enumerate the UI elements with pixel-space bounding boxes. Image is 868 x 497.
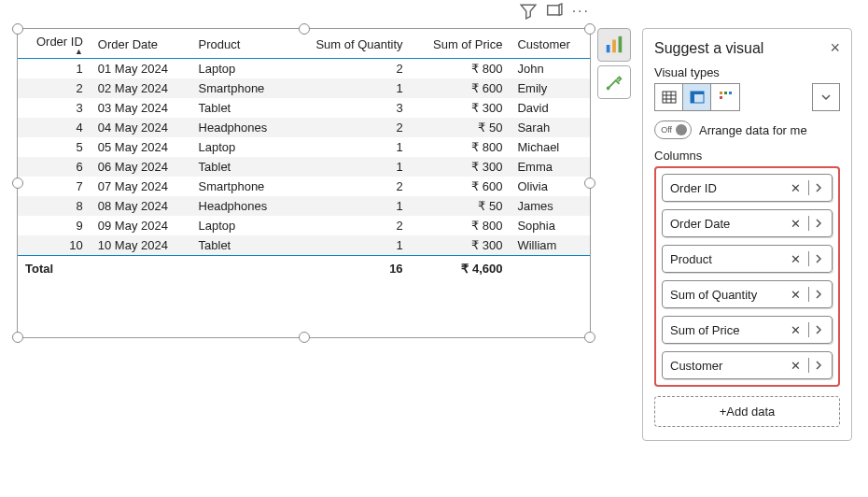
svg-rect-1: [607, 45, 610, 52]
field-label: Sum of Quantity: [670, 288, 787, 302]
table-row[interactable]: 606 May 2024Tablet1₹ 300Emma: [18, 157, 590, 177]
close-icon[interactable]: ×: [830, 38, 840, 58]
build-visual-button[interactable]: [597, 28, 631, 62]
chevron-right-icon[interactable]: [813, 360, 824, 371]
cell: Laptop: [191, 137, 290, 157]
column-header[interactable]: Sum of Price: [411, 29, 511, 59]
cell: William: [510, 235, 590, 256]
resize-handle[interactable]: [584, 23, 595, 35]
sort-ascending-icon: ▲: [25, 49, 83, 54]
table-row[interactable]: 404 May 2024Headphones2₹ 50Sarah: [18, 118, 590, 137]
visual-type-table-icon[interactable]: [655, 84, 683, 110]
remove-field-icon[interactable]: ✕: [787, 323, 805, 337]
svg-rect-15: [729, 92, 732, 94]
arrange-toggle[interactable]: Off: [654, 121, 692, 139]
svg-rect-0: [547, 6, 558, 15]
svg-rect-12: [691, 92, 704, 94]
resize-handle[interactable]: [299, 23, 310, 35]
cell: Tablet: [191, 98, 290, 118]
cell: 5: [18, 137, 91, 157]
cell: John: [510, 59, 590, 79]
table-row[interactable]: 909 May 2024Laptop2₹ 800Sophia: [18, 216, 590, 235]
svg-rect-2: [612, 40, 616, 53]
visual-type-picker: [654, 83, 740, 111]
cell: ₹ 300: [411, 157, 511, 177]
table-total-row: Total 16 ₹ 4,600: [18, 256, 590, 282]
field-pill[interactable]: Sum of Price✕: [662, 316, 833, 344]
chevron-right-icon[interactable]: [813, 289, 824, 300]
chevron-right-icon[interactable]: [813, 253, 824, 264]
table-row[interactable]: 505 May 2024Laptop1₹ 800Michael: [18, 137, 590, 157]
chevron-right-icon[interactable]: [813, 218, 824, 229]
cell: Emma: [510, 157, 590, 177]
table-row[interactable]: 707 May 2024Smartphone2₹ 600Olivia: [18, 177, 590, 196]
visual-header-toolbar: ···: [520, 3, 590, 20]
remove-field-icon[interactable]: ✕: [787, 181, 805, 195]
field-pill[interactable]: Product✕: [662, 245, 833, 273]
filter-icon[interactable]: [520, 3, 537, 20]
visual-type-expand[interactable]: [812, 83, 840, 111]
focus-mode-icon[interactable]: [546, 3, 563, 20]
resize-handle[interactable]: [299, 332, 310, 343]
suggest-visual-panel: Suggest a visual × Visual types Off Arra…: [642, 28, 852, 441]
table-row[interactable]: 101 May 2024Laptop2₹ 800John: [18, 59, 590, 79]
field-pill[interactable]: Sum of Quantity✕: [662, 280, 833, 308]
cell: David: [510, 98, 590, 118]
visual-type-card-icon[interactable]: [711, 84, 739, 110]
cell: Headphones: [191, 118, 290, 137]
field-pill[interactable]: Customer✕: [662, 351, 833, 379]
resize-handle[interactable]: [12, 178, 23, 189]
field-pill[interactable]: Order Date✕: [662, 209, 833, 237]
resize-handle[interactable]: [12, 23, 23, 35]
resize-handle[interactable]: [584, 332, 595, 343]
cell: 4: [18, 118, 91, 137]
remove-field-icon[interactable]: ✕: [787, 359, 805, 373]
cell: Smartphone: [191, 78, 290, 98]
cell: 2: [290, 59, 411, 79]
cell: Michael: [510, 137, 590, 157]
field-label: Order ID: [670, 181, 787, 195]
cell: 1: [290, 235, 411, 256]
cell: 9: [18, 216, 91, 235]
data-table: Order ID▲Order DateProductSum of Quantit…: [18, 29, 590, 281]
total-qty: 16: [290, 256, 411, 282]
column-header[interactable]: Product: [191, 29, 290, 59]
remove-field-icon[interactable]: ✕: [787, 288, 805, 302]
field-label: Sum of Price: [670, 323, 787, 337]
add-data-button[interactable]: +Add data: [654, 396, 840, 427]
cell: 3: [290, 98, 411, 118]
cell: 03 May 2024: [91, 98, 191, 118]
table-row[interactable]: 808 May 2024Headphones1₹ 50James: [18, 196, 590, 216]
remove-field-icon[interactable]: ✕: [787, 252, 805, 266]
cell: 10: [18, 235, 91, 256]
table-row[interactable]: 303 May 2024Tablet3₹ 300David: [18, 98, 590, 118]
column-header[interactable]: Customer: [510, 29, 590, 59]
cell: 8: [18, 196, 91, 216]
field-pill[interactable]: Order ID✕: [662, 174, 833, 202]
column-header[interactable]: Sum of Quantity: [290, 29, 411, 59]
cell: 06 May 2024: [91, 157, 191, 177]
chevron-right-icon[interactable]: [813, 182, 824, 193]
chevron-right-icon[interactable]: [813, 324, 824, 335]
cell: Laptop: [191, 59, 290, 79]
resize-handle[interactable]: [12, 332, 23, 343]
resize-handle[interactable]: [584, 178, 595, 189]
cell: 02 May 2024: [91, 78, 191, 98]
table-row[interactable]: 202 May 2024Smartphone1₹ 600Emily: [18, 78, 590, 98]
column-header[interactable]: Order Date: [91, 29, 191, 59]
cell: Olivia: [510, 177, 590, 196]
panel-title: Suggest a visual: [654, 40, 763, 57]
svg-rect-13: [720, 92, 722, 94]
cell: 1: [290, 196, 411, 216]
table-visual-container[interactable]: ··· Order ID▲Order DateProductSum of Qua…: [17, 28, 591, 338]
cell: Tablet: [191, 157, 290, 177]
format-visual-button[interactable]: [597, 65, 631, 99]
remove-field-icon[interactable]: ✕: [787, 217, 805, 231]
visual-types-label: Visual types: [654, 65, 840, 79]
more-options-icon[interactable]: ···: [572, 3, 590, 20]
visual-type-matrix-icon[interactable]: [683, 84, 711, 110]
column-header[interactable]: Order ID▲: [18, 29, 91, 59]
table-row[interactable]: 1010 May 2024Tablet1₹ 300William: [18, 235, 590, 256]
cell: 07 May 2024: [91, 177, 191, 196]
cell: ₹ 300: [411, 98, 511, 118]
